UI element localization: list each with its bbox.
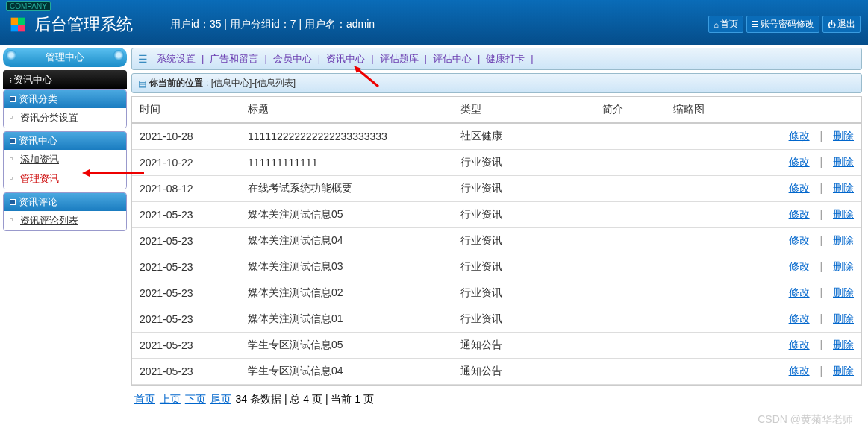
cell-type: 行业资讯 [453, 228, 595, 254]
logout-button[interactable]: ⏻退出 [822, 16, 861, 33]
page-last[interactable]: 尾页 [210, 393, 231, 405]
cell-actions: 修改 | 删除 [733, 228, 861, 254]
topnav-link[interactable]: 资讯中心 [320, 53, 371, 64]
password-button[interactable]: ☰账号密码修改 [746, 16, 819, 33]
square-icon [10, 96, 16, 102]
sidebar-section-header: ⁝⁝ 资讯中心 [3, 70, 127, 89]
table-row: 2021-10-28 111112222222222233333333 社区健康… [132, 123, 861, 150]
breadcrumb-label: 你当前的位置 [149, 77, 203, 89]
edit-link[interactable]: 修改 [789, 182, 810, 194]
sidebar: 管理中心 ⁝⁝ 资讯中心 资讯分类资讯分类设置资讯中心添加资讯管理资讯资讯评论资… [0, 45, 130, 417]
cell-type: 行业资讯 [453, 280, 595, 306]
topnav-link[interactable]: 评估题库 [374, 53, 425, 64]
cell-intro [595, 280, 666, 306]
cell-actions: 修改 | 删除 [733, 123, 861, 150]
table-row: 2021-05-23 学生专区测试信息04 通知公告 修改 | 删除 [132, 359, 861, 385]
sidebar-group-head[interactable]: 资讯评论 [4, 193, 126, 211]
cell-actions: 修改 | 删除 [733, 254, 861, 280]
breadcrumb-path: : [信息中心]-[信息列表] [206, 77, 296, 89]
cell-thumb [666, 228, 733, 254]
cell-thumb [666, 202, 733, 228]
cell-actions: 修改 | 删除 [733, 359, 861, 385]
sidebar-item[interactable]: 资讯评论列表 [4, 211, 126, 230]
page-next[interactable]: 下页 [185, 393, 206, 405]
cell-actions: 修改 | 删除 [733, 150, 861, 176]
edit-link[interactable]: 修改 [789, 208, 810, 220]
cell-actions: 修改 | 删除 [733, 202, 861, 228]
sidebar-item[interactable]: 添加资讯 [4, 150, 126, 169]
cell-thumb [666, 150, 733, 176]
cell-time: 2021-10-28 [132, 123, 240, 150]
cell-type: 行业资讯 [453, 254, 595, 280]
delete-link[interactable]: 删除 [833, 234, 854, 246]
system-title: 后台管理系统 [34, 13, 133, 36]
home-button[interactable]: ⌂首页 [708, 16, 743, 33]
cell-intro [595, 176, 666, 202]
breadcrumb: ▤ 你当前的位置 : [信息中心]-[信息列表] [131, 73, 862, 93]
cell-thumb [666, 123, 733, 150]
page-first[interactable]: 首页 [134, 393, 155, 405]
delete-link[interactable]: 删除 [833, 312, 854, 324]
edit-link[interactable]: 修改 [789, 130, 810, 142]
management-center-bar[interactable]: 管理中心 [3, 48, 127, 67]
edit-link[interactable]: 修改 [789, 312, 810, 324]
col-time: 时间 [132, 97, 240, 123]
col-thumb: 缩略图 [666, 97, 733, 123]
sidebar-group-head[interactable]: 资讯分类 [4, 90, 126, 108]
edit-link[interactable]: 修改 [789, 339, 810, 350]
cell-intro [595, 202, 666, 228]
cell-thumb [666, 280, 733, 306]
cell-time: 2021-05-23 [132, 333, 240, 359]
edit-link[interactable]: 修改 [789, 234, 810, 246]
cell-thumb [666, 333, 733, 359]
dots-icon: ⁝⁝ [9, 76, 10, 84]
edit-link[interactable]: 修改 [789, 156, 810, 168]
delete-link[interactable]: 删除 [833, 130, 854, 142]
topnav-link[interactable]: 评估中心 [427, 53, 478, 64]
cell-thumb [666, 176, 733, 202]
top-nav: ☰ 系统设置|广告和留言|会员中心|资讯中心|评估题库|评估中心|健康打卡| [131, 48, 862, 70]
data-table: 时间 标题 类型 简介 缩略图 2021-10-28 1111122222222… [131, 96, 862, 386]
cell-title: 在线考试系统功能概要 [240, 176, 453, 202]
delete-link[interactable]: 删除 [833, 182, 854, 194]
topnav-link[interactable]: 健康打卡 [480, 53, 531, 64]
col-title: 标题 [240, 97, 453, 123]
watermark: CSDN @黄菊华老师 [758, 413, 853, 417]
delete-link[interactable]: 删除 [833, 365, 854, 377]
table-row: 2021-08-12 在线考试系统功能概要 行业资讯 修改 | 删除 [132, 176, 861, 202]
sidebar-item[interactable]: 管理资讯 [4, 169, 126, 189]
pagination: 首页 上页 下页 尾页 34 条数据 | 总 4 页 | 当前 1 页 [131, 386, 862, 414]
topnav-link[interactable]: 系统设置 [151, 53, 202, 64]
cell-title: 学生专区测试信息05 [240, 333, 453, 359]
cell-intro [595, 228, 666, 254]
cell-intro [595, 359, 666, 385]
cell-thumb [666, 254, 733, 280]
topnav-link[interactable]: 会员中心 [267, 53, 318, 64]
cell-time: 2021-05-23 [132, 306, 240, 333]
power-icon: ⏻ [828, 20, 836, 29]
delete-link[interactable]: 删除 [833, 208, 854, 220]
delete-link[interactable]: 删除 [833, 286, 854, 298]
topnav-link[interactable]: 广告和留言 [204, 53, 264, 64]
table-row: 2021-05-23 媒体关注测试信息01 行业资讯 修改 | 删除 [132, 306, 861, 333]
edit-link[interactable]: 修改 [789, 365, 810, 377]
delete-link[interactable]: 删除 [833, 156, 854, 168]
sidebar-item[interactable]: 资讯分类设置 [4, 108, 126, 128]
table-row: 2021-05-23 媒体关注测试信息04 行业资讯 修改 | 删除 [132, 228, 861, 254]
cell-type: 行业资讯 [453, 150, 595, 176]
page-info: 34 条数据 | 总 4 页 | 当前 1 页 [236, 393, 374, 405]
cell-thumb [666, 306, 733, 333]
logo-icon [7, 14, 28, 35]
cell-time: 2021-05-23 [132, 280, 240, 306]
delete-link[interactable]: 删除 [833, 260, 854, 272]
sidebar-group-head[interactable]: 资讯中心 [4, 132, 126, 150]
company-tag: COMPANY [6, 1, 51, 11]
delete-link[interactable]: 删除 [833, 339, 854, 350]
page-prev[interactable]: 上页 [160, 393, 181, 405]
cell-title: 媒体关注测试信息01 [240, 306, 453, 333]
cell-type: 行业资讯 [453, 306, 595, 333]
cell-actions: 修改 | 删除 [733, 176, 861, 202]
edit-link[interactable]: 修改 [789, 260, 810, 272]
edit-link[interactable]: 修改 [789, 286, 810, 298]
cell-thumb [666, 359, 733, 385]
